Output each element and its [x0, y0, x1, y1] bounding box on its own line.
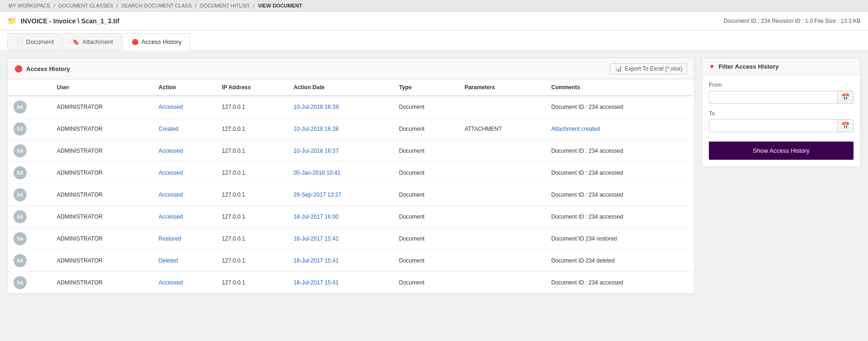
user-cell: ADMINISTRATOR	[51, 228, 153, 250]
to-date-input[interactable]	[709, 120, 837, 132]
table-row: SA ADMINISTRATOR Accessed 127.0.0.1 18-J…	[8, 206, 694, 228]
breadcrumb-item-classes[interactable]: DOCUMENT CLASSES	[58, 3, 113, 8]
ip-cell: 127.0.0.1	[216, 272, 287, 294]
filter-panel-title: Filter Access History	[719, 63, 779, 70]
action-cell: Accessed	[153, 96, 217, 118]
action-link[interactable]: Accessed	[159, 148, 183, 154]
filter-panel-body: From 📅 To 📅 Show Access History	[702, 75, 860, 166]
user-avatar: SA	[14, 100, 27, 114]
export-label: Export To Excel (*.xlsx)	[625, 65, 682, 72]
tabs-bar: 📄 Document 🔖 Attachment 🔴 Access History	[0, 30, 868, 50]
action-link[interactable]: Accessed	[159, 104, 183, 110]
parameters-cell	[459, 162, 546, 184]
date-cell: 10-Jul-2018 16:37	[288, 140, 393, 162]
user-avatar: SA	[14, 276, 27, 289]
ip-cell: 127.0.0.1	[216, 140, 287, 162]
action-cell: Accessed	[153, 162, 217, 184]
comment-link[interactable]: Attachment created	[551, 126, 600, 132]
type-cell: Document	[393, 272, 459, 294]
action-link[interactable]: Accessed	[159, 192, 183, 198]
from-calendar-button[interactable]: 📅	[837, 91, 853, 103]
table-row: SA ADMINISTRATOR Accessed 127.0.0.1 05-J…	[8, 162, 694, 184]
action-cell: Accessed	[153, 272, 217, 294]
document-tab-icon: 📄	[16, 39, 23, 45]
tab-access-history-label: Access History	[141, 38, 182, 45]
tab-attachment[interactable]: 🔖 Attachment	[63, 33, 122, 50]
date-cell: 18-Jul-2017 15:42	[288, 228, 393, 250]
from-date-wrap: 📅	[709, 91, 854, 104]
parameters-cell	[459, 184, 546, 206]
action-link[interactable]: Restored	[159, 235, 182, 242]
avatar-cell: SA	[8, 228, 51, 250]
comments-cell: Document ID : 234 accessed	[546, 184, 694, 206]
breadcrumb-item-workspace[interactable]: MY WORKSPACE	[8, 3, 50, 8]
type-cell: Document	[393, 140, 459, 162]
action-cell: Restored	[153, 228, 217, 250]
parameters-cell	[459, 228, 546, 250]
show-access-history-button[interactable]: Show Access History	[709, 142, 854, 160]
ip-cell: 127.0.0.1	[216, 118, 287, 140]
user-avatar: SA	[14, 210, 27, 223]
export-to-excel-button[interactable]: 📊 Export To Excel (*.xlsx)	[610, 63, 687, 74]
breadcrumb-item-search[interactable]: SEARCH DOCUMENT CLASS	[121, 3, 192, 8]
user-avatar: SA	[14, 144, 27, 157]
table-row: SA ADMINISTRATOR Accessed 127.0.0.1 18-J…	[8, 272, 694, 294]
user-avatar: SA	[14, 254, 27, 267]
action-link[interactable]: Accessed	[159, 213, 183, 220]
action-link[interactable]: Accessed	[159, 170, 183, 176]
access-history-panel: 🔴 Access History 📊 Export To Excel (*.xl…	[7, 58, 694, 294]
date-cell: 18-Jul-2017 15:41	[288, 272, 393, 294]
type-cell: Document	[393, 96, 459, 118]
comments-cell: Attachment created	[546, 118, 694, 140]
action-cell: Accessed	[153, 206, 217, 228]
col-parameters: Parameters	[459, 79, 546, 96]
filter-panel: ▼ Filter Access History From 📅 To 📅 Show…	[702, 58, 861, 167]
col-date: Action Date	[288, 79, 393, 96]
ip-cell: 127.0.0.1	[216, 228, 287, 250]
user-cell: ADMINISTRATOR	[51, 140, 153, 162]
comments-cell: Document ID 234 deleted	[546, 250, 694, 272]
folder-icon: 📁	[7, 16, 17, 25]
avatar-cell: SA	[8, 272, 51, 294]
tab-access-history[interactable]: 🔴 Access History	[123, 33, 190, 50]
avatar-cell: SA	[8, 140, 51, 162]
action-link[interactable]: Created	[159, 126, 179, 132]
date-cell: 29-Sep-2017 13:27	[288, 184, 393, 206]
col-type: Type	[393, 79, 459, 96]
comments-cell: Document ID 234 restored	[546, 228, 694, 250]
date-cell: 10-Jul-2018 16:39	[288, 96, 393, 118]
tab-document[interactable]: 📄 Document	[7, 33, 63, 50]
user-avatar: SA	[14, 122, 27, 135]
col-action: Action	[153, 79, 217, 96]
action-link[interactable]: Deleted	[159, 257, 178, 264]
date-cell: 18-Jul-2017 16:00	[288, 206, 393, 228]
col-comments: Comments	[546, 79, 694, 96]
access-history-table: User Action IP Address Action Date Type …	[8, 79, 694, 294]
breadcrumb-item-hitlist[interactable]: DOCUMENT HITLIST	[200, 3, 250, 8]
avatar-cell: SA	[8, 206, 51, 228]
access-history-icon: 🔴	[14, 65, 22, 72]
filter-panel-header: ▼ Filter Access History	[702, 58, 860, 75]
attachment-tab-icon: 🔖	[72, 39, 79, 45]
breadcrumb-item-view: VIEW DOCUMENT	[258, 3, 302, 8]
document-meta: Document ID : 234 Revision ID : 1.0 File…	[724, 18, 861, 24]
to-date-wrap: 📅	[709, 119, 854, 132]
action-cell: Accessed	[153, 184, 217, 206]
user-cell: ADMINISTRATOR	[51, 184, 153, 206]
parameters-cell	[459, 96, 546, 118]
parameters-cell	[459, 250, 546, 272]
to-calendar-button[interactable]: 📅	[837, 120, 853, 132]
avatar-cell: SA	[8, 118, 51, 140]
from-date-input[interactable]	[709, 91, 837, 103]
document-title: INVOICE - Invoice \ Scan_1_3.tif	[21, 17, 119, 25]
panel-header: 🔴 Access History 📊 Export To Excel (*.xl…	[8, 58, 694, 79]
user-cell: ADMINISTRATOR	[51, 96, 153, 118]
type-cell: Document	[393, 162, 459, 184]
user-avatar: SA	[14, 166, 27, 179]
parameters-cell	[459, 206, 546, 228]
excel-icon: 📊	[615, 65, 622, 72]
type-cell: Document	[393, 184, 459, 206]
action-cell: Created	[153, 118, 217, 140]
user-avatar: SA	[14, 188, 27, 201]
action-link[interactable]: Accessed	[159, 279, 183, 286]
